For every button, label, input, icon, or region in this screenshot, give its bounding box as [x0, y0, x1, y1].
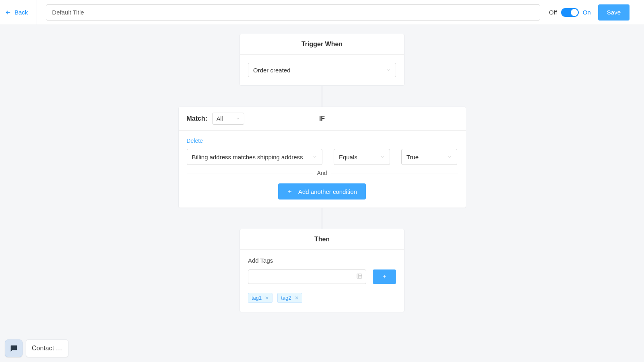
- toggle-on-label: On: [583, 9, 591, 16]
- chat-button[interactable]: [5, 339, 23, 357]
- chevron-down-icon: [312, 154, 317, 159]
- condition-value-value: True: [407, 154, 419, 160]
- if-card: Match: All IF Delete Billing address mat…: [178, 107, 466, 208]
- and-divider: And: [187, 170, 458, 176]
- chat-icon: [9, 344, 18, 353]
- tag-label: tag2: [281, 295, 291, 301]
- chevron-down-icon: [386, 68, 391, 72]
- chevron-down-icon: [380, 154, 385, 159]
- svg-rect-3: [357, 274, 362, 278]
- condition-value-select[interactable]: True: [401, 149, 458, 165]
- tag-chip: tag2 ✕: [277, 293, 302, 303]
- chevron-down-icon: [236, 117, 240, 121]
- then-card: Then Add Tags tag1: [239, 229, 405, 312]
- if-label: IF: [319, 115, 325, 122]
- add-condition-button[interactable]: Add another condition: [278, 183, 366, 200]
- contact-panel[interactable]: Contact …: [26, 339, 68, 357]
- header-bar: Back Off On Save: [0, 0, 644, 25]
- status-toggle-group: Off On: [549, 8, 591, 17]
- back-label: Back: [14, 9, 28, 16]
- trigger-card: Trigger When Order created: [239, 34, 405, 86]
- status-toggle[interactable]: [561, 8, 579, 17]
- add-tag-button[interactable]: [373, 269, 396, 284]
- add-tags-label: Add Tags: [248, 257, 396, 264]
- save-button[interactable]: Save: [598, 4, 630, 21]
- back-button[interactable]: Back: [0, 0, 37, 25]
- chevron-down-icon: [447, 154, 452, 159]
- condition-row: Billing address matches shipping address…: [187, 149, 458, 165]
- trigger-select[interactable]: Order created: [248, 63, 396, 77]
- add-condition-label: Add another condition: [298, 188, 357, 195]
- match-select[interactable]: All: [212, 113, 244, 125]
- condition-field-select[interactable]: Billing address matches shipping address: [187, 149, 322, 165]
- delete-condition-link[interactable]: Delete: [187, 138, 203, 144]
- toggle-off-label: Off: [549, 9, 557, 16]
- chat-widget: Contact …: [5, 339, 68, 357]
- connector-line: [322, 86, 322, 107]
- list-icon[interactable]: [356, 273, 363, 281]
- remove-tag-icon[interactable]: ✕: [295, 295, 299, 301]
- title-input[interactable]: [46, 4, 540, 21]
- trigger-title: Trigger When: [240, 34, 404, 55]
- arrow-left-icon: [5, 9, 11, 16]
- connector-line: [322, 208, 322, 229]
- tag-chip: tag1 ✕: [248, 293, 272, 303]
- tags-list: tag1 ✕ tag2 ✕: [248, 293, 396, 303]
- plus-icon: [382, 274, 387, 280]
- match-label: Match:: [187, 115, 208, 122]
- remove-tag-icon[interactable]: ✕: [265, 295, 269, 301]
- workflow-canvas: Trigger When Order created Match: All: [0, 25, 644, 362]
- condition-operator-value: Equals: [339, 154, 357, 160]
- condition-field-value: Billing address matches shipping address: [192, 154, 303, 160]
- then-title: Then: [240, 229, 404, 250]
- plus-icon: [287, 189, 293, 194]
- match-select-value: All: [217, 115, 223, 122]
- and-label: And: [317, 170, 327, 176]
- tag-label: tag1: [252, 295, 262, 301]
- trigger-select-value: Order created: [253, 67, 291, 74]
- tag-input[interactable]: [252, 270, 351, 284]
- tag-input-wrap: [248, 269, 366, 284]
- toggle-knob: [571, 9, 578, 16]
- condition-operator-select[interactable]: Equals: [334, 149, 390, 165]
